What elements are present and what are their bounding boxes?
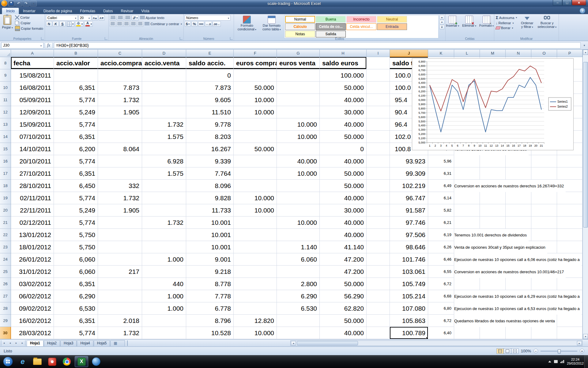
column-header-G[interactable]: G xyxy=(277,50,320,57)
row-header-22[interactable]: 22 xyxy=(0,229,11,241)
cell-F22[interactable] xyxy=(234,229,277,241)
fill-button[interactable]: Rellenar xyxy=(495,21,518,25)
action-center-icon[interactable] xyxy=(554,360,558,363)
cell-F10[interactable]: 50.000 xyxy=(234,82,277,94)
cell-L17[interactable] xyxy=(454,167,480,180)
cell-F17[interactable] xyxy=(234,167,277,180)
cell-H26[interactable]: 50.000 xyxy=(320,278,367,290)
cell-I18[interactable] xyxy=(367,180,390,192)
cell-I16[interactable] xyxy=(367,155,390,167)
cell-G21[interactable]: 10.000 xyxy=(277,217,320,229)
dialog-launcher-icon[interactable] xyxy=(41,37,44,40)
cell-H29[interactable]: 50.000 xyxy=(320,315,367,327)
cell-I27[interactable] xyxy=(367,290,390,302)
row-header-16[interactable]: 16 xyxy=(0,155,11,167)
cell-A23[interactable]: 18/01/2012 xyxy=(11,241,54,253)
cell-D24[interactable]: 1.000 xyxy=(142,253,186,266)
find-select-button[interactable]: Buscar y seleccionar xyxy=(536,15,558,30)
cell-C16[interactable] xyxy=(98,155,142,167)
cell-I13[interactable] xyxy=(367,118,390,131)
cell-B19[interactable]: 5,774 xyxy=(54,192,98,204)
cell-B15[interactable]: 6,200 xyxy=(54,143,98,155)
fill-color-button[interactable] xyxy=(75,21,84,27)
cell-O19[interactable] xyxy=(531,192,557,204)
cell-H19[interactable]: 40.000 xyxy=(320,192,367,204)
cell-K16[interactable]: 5,96 xyxy=(428,155,454,167)
cell-D25[interactable] xyxy=(142,266,186,278)
taskbar-clock[interactable]: 22:24 29/03/2012 xyxy=(567,358,584,366)
font-size-select[interactable]: 20 xyxy=(78,15,91,21)
taskbar-item-chrome[interactable] xyxy=(60,356,74,367)
column-header-I[interactable]: I xyxy=(367,50,390,57)
zoom-slider[interactable] xyxy=(541,351,577,351)
select-all-corner[interactable] xyxy=(0,50,11,57)
row-header-30[interactable]: 30 xyxy=(0,327,11,339)
cell-E18[interactable]: 8.096 xyxy=(186,180,234,192)
cell-G13[interactable]: 10.000 xyxy=(277,118,320,131)
align-top-button[interactable] xyxy=(110,15,116,21)
cell-O26[interactable] xyxy=(531,278,557,290)
zoom-slider-thumb[interactable] xyxy=(558,349,561,354)
sort-filter-button[interactable]: Ordenar y filtrar xyxy=(518,15,536,30)
number-format-select[interactable]: Número xyxy=(185,15,231,21)
cell-P21[interactable] xyxy=(557,217,582,229)
cell-J23[interactable]: 98.646 xyxy=(390,241,428,253)
cell-H15[interactable]: 0 xyxy=(320,143,367,155)
cell-H18[interactable]: 50.000 xyxy=(320,180,367,192)
network-icon[interactable] xyxy=(560,360,564,363)
cell-E30[interactable]: 10.528 xyxy=(186,327,234,339)
normal-view-button[interactable] xyxy=(496,348,504,354)
cell-E9[interactable]: 0 xyxy=(186,69,234,82)
cell-F15[interactable]: 50.000 xyxy=(234,143,277,155)
cell-F12[interactable]: 10.000 xyxy=(234,106,277,118)
cell-N30[interactable] xyxy=(506,327,531,339)
cell-P23[interactable] xyxy=(557,241,582,253)
cell-M16[interactable] xyxy=(480,155,506,167)
cell-note-25[interactable]: Conversion en acciones de nuestros derec… xyxy=(454,266,566,278)
cell-C19[interactable]: 1.732 xyxy=(98,192,142,204)
bold-button[interactable]: N xyxy=(46,21,52,27)
cell-H16[interactable]: 40.000 xyxy=(320,155,367,167)
cell-C18[interactable]: 332 xyxy=(98,180,142,192)
cell-J29[interactable]: 105.863 xyxy=(390,315,428,327)
ribbon-tab-revisar[interactable]: Revisar xyxy=(117,8,137,14)
cell-N16[interactable] xyxy=(506,155,531,167)
borders-button[interactable] xyxy=(66,21,74,27)
cell-K24[interactable]: 6,46 xyxy=(428,253,454,266)
cell-I25[interactable] xyxy=(367,266,390,278)
cell-H28[interactable]: 62.820 xyxy=(320,302,367,315)
cell-style-incorrecto[interactable]: Incorrecto xyxy=(346,16,376,23)
cell-A10[interactable]: 16/08/2011 xyxy=(11,82,54,94)
cell-style-neutral[interactable]: Neutral xyxy=(377,16,407,23)
cell-F21[interactable] xyxy=(234,217,277,229)
cell-J17[interactable]: 99.309 xyxy=(390,167,428,180)
page-layout-view-button[interactable] xyxy=(504,348,511,354)
cell-E24[interactable]: 9.001 xyxy=(186,253,234,266)
cell-N26[interactable] xyxy=(506,278,531,290)
row-header-11[interactable]: 11 xyxy=(0,94,11,106)
cell-C17[interactable] xyxy=(98,167,142,180)
cell-O20[interactable] xyxy=(531,204,557,217)
sheet-tab-hoja1[interactable]: Hoja1 xyxy=(27,340,43,346)
row-header-27[interactable]: 27 xyxy=(0,290,11,302)
cell-D17[interactable]: 1.575 xyxy=(142,167,186,180)
cell-K29[interactable]: 6,72 xyxy=(428,315,454,327)
minimize-button[interactable] xyxy=(553,0,562,6)
cell-N20[interactable] xyxy=(506,204,531,217)
cell-A20[interactable]: 22/11/2011 xyxy=(11,204,54,217)
cell-P29[interactable] xyxy=(557,315,582,327)
font-name-select[interactable]: Calibri xyxy=(46,15,78,21)
cell-A22[interactable]: 13/01/2012 xyxy=(11,229,54,241)
cell-E11[interactable]: 9.605 xyxy=(186,94,234,106)
copy-button[interactable]: Copiar xyxy=(14,21,44,25)
cell-D9[interactable] xyxy=(142,69,186,82)
cell-D11[interactable] xyxy=(142,94,186,106)
cell-E26[interactable]: 8.778 xyxy=(186,278,234,290)
cell-E10[interactable]: 7.873 xyxy=(186,82,234,94)
cell-G8[interactable]: euros venta xyxy=(277,57,320,69)
cell-J18[interactable]: 102.219 xyxy=(390,180,428,192)
cell-D22[interactable] xyxy=(142,229,186,241)
cell-K26[interactable]: 6,72 xyxy=(428,278,454,290)
align-middle-button[interactable] xyxy=(117,15,124,21)
ribbon-tab-inicio[interactable]: Inicio xyxy=(2,8,19,14)
